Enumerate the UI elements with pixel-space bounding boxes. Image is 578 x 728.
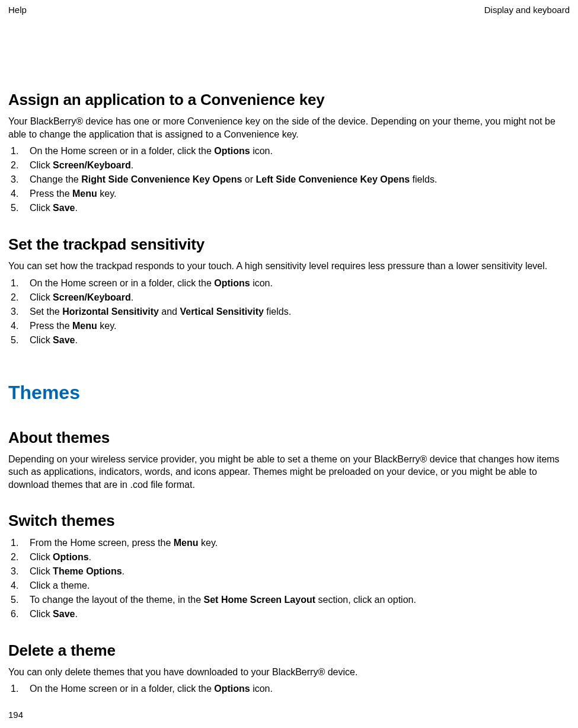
heading-switch-themes: Switch themes [8,512,570,530]
section-assign-convenience-key: Assign an application to a Convenience k… [8,91,570,215]
page-header: Help Display and keyboard [8,5,570,15]
list-item: Set the Horizontal Sensitivity and Verti… [11,305,570,319]
page-number: 194 [8,710,23,720]
list-item: Click a theme. [11,579,570,593]
section-delete-theme: Delete a theme You can only delete theme… [8,641,570,697]
list-item: On the Home screen or in a folder, click… [11,682,570,696]
list-item: Press the Menu key. [11,319,570,333]
list-item: Click Options. [11,550,570,564]
list-item: To change the layout of the theme, in th… [11,593,570,607]
header-right: Display and keyboard [484,5,570,15]
steps-switch-themes: From the Home screen, press the Menu key… [11,536,570,621]
list-item: From the Home screen, press the Menu key… [11,536,570,550]
list-item: On the Home screen or in a folder, click… [11,276,570,290]
list-item: Click Save. [11,201,570,215]
list-item: Click Theme Options. [11,564,570,579]
intro-about-themes: Depending on your wireless service provi… [8,453,570,491]
list-item: Change the Right Side Convenience Key Op… [11,173,570,187]
list-item: Press the Menu key. [11,187,570,201]
list-item: Click Screen/Keyboard. [11,290,570,305]
list-item: On the Home screen or in a folder, click… [11,144,570,158]
heading-themes-major: Themes [8,382,570,404]
heading-about-themes: About themes [8,429,570,447]
intro-assign: Your BlackBerry® device has one or more … [8,115,570,141]
intro-delete-theme: You can only delete themes that you have… [8,666,570,679]
steps-trackpad: On the Home screen or in a folder, click… [11,276,570,347]
heading-assign: Assign an application to a Convenience k… [8,91,570,109]
section-about-themes: About themes Depending on your wireless … [8,429,570,491]
heading-trackpad: Set the trackpad sensitivity [8,235,570,254]
list-item: Click Save. [11,607,570,621]
intro-trackpad: You can set how the trackpad responds to… [8,260,570,273]
steps-assign: On the Home screen or in a folder, click… [11,144,570,215]
section-trackpad-sensitivity: Set the trackpad sensitivity You can set… [8,235,570,347]
section-switch-themes: Switch themes From the Home screen, pres… [8,512,570,621]
header-left: Help [8,5,27,15]
list-item: Click Save. [11,333,570,347]
steps-delete-theme: On the Home screen or in a folder, click… [11,682,570,696]
list-item: Click Screen/Keyboard. [11,158,570,173]
heading-delete-theme: Delete a theme [8,641,570,660]
